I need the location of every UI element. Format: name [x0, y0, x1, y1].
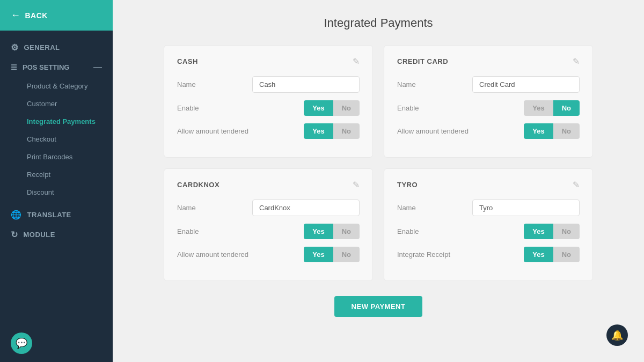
chat-button[interactable]: 💬	[11, 333, 32, 354]
cardknox-tendered-toggle: Yes No	[304, 247, 360, 262]
tyro-name-input[interactable]	[472, 200, 580, 216]
cardknox-card-title: CARDKNOX	[177, 181, 219, 189]
tyro-name-label: Name	[397, 204, 416, 212]
cardknox-name-input[interactable]	[252, 200, 360, 216]
cash-tendered-label: Allow amount tendered	[177, 127, 248, 135]
sidebar-item-receipt[interactable]: Receipt	[0, 166, 113, 183]
bell-icon: 🔔	[611, 329, 623, 341]
collapse-icon: —	[93, 62, 102, 72]
cash-enable-no[interactable]: No	[333, 100, 360, 116]
cash-enable-field: Enable Yes No	[177, 100, 360, 116]
credit-tendered-yes[interactable]: Yes	[524, 123, 553, 139]
page-title: Integrated Payments	[134, 16, 623, 30]
credit-tendered-no[interactable]: No	[553, 123, 580, 139]
back-button[interactable]: ← BACK	[0, 0, 113, 31]
sidebar-item-discount[interactable]: Discount	[0, 183, 113, 201]
sidebar-item-general[interactable]: ⚙ GENERAL	[0, 36, 113, 56]
credit-tendered-field: Allow amount tendered Yes No	[397, 123, 580, 139]
credit-card-edit-icon[interactable]: ✎	[573, 56, 580, 67]
sidebar: ← BACK ⚙ GENERAL ☰ POS SETTING — Product…	[0, 0, 113, 362]
cash-name-label: Name	[177, 80, 196, 88]
cash-tendered-toggle: Yes No	[304, 123, 360, 139]
cash-name-input[interactable]	[252, 76, 360, 93]
sidebar-item-module[interactable]: ↻ MODULE	[0, 223, 113, 243]
credit-enable-label: Enable	[397, 104, 419, 112]
tyro-name-field: Name	[397, 200, 580, 216]
credit-name-input[interactable]	[472, 76, 580, 93]
cash-enable-toggle: Yes No	[304, 100, 360, 116]
credit-enable-yes[interactable]: Yes	[524, 100, 553, 116]
credit-card-title: CREDIT CARD	[397, 57, 448, 65]
translate-icon: 🌐	[11, 210, 22, 220]
tyro-card-title: TYRO	[397, 181, 418, 189]
tyro-card: TYRO ✎ Name Enable Yes No Integrate Rece…	[384, 168, 593, 281]
sidebar-item-integrated-payments[interactable]: Integrated Payments	[0, 113, 113, 130]
cash-edit-icon[interactable]: ✎	[353, 56, 360, 67]
cardknox-tendered-no[interactable]: No	[333, 247, 360, 262]
cash-name-field: Name	[177, 76, 360, 93]
credit-card-card: CREDIT CARD ✎ Name Enable Yes No Allow a…	[384, 45, 593, 158]
cash-card-title: CASH	[177, 57, 198, 65]
cash-enable-label: Enable	[177, 104, 199, 112]
cardknox-tendered-yes[interactable]: Yes	[304, 247, 333, 262]
cardknox-enable-field: Enable Yes No	[177, 224, 360, 239]
cash-card: CASH ✎ Name Enable Yes No Allow amount t…	[164, 45, 373, 158]
credit-enable-toggle: Yes No	[524, 100, 580, 116]
new-payment-button[interactable]: NEW PAYMENT	[334, 296, 423, 317]
cardknox-tendered-label: Allow amount tendered	[177, 250, 248, 258]
sidebar-nav: ⚙ GENERAL ☰ POS SETTING — Product & Cate…	[0, 31, 113, 324]
cash-tendered-no[interactable]: No	[333, 123, 360, 139]
module-label: MODULE	[24, 231, 55, 239]
sidebar-item-print-barcodes[interactable]: Print Barcodes	[0, 148, 113, 166]
cardknox-name-field: Name	[177, 200, 360, 216]
pos-setting-icon: ☰	[11, 63, 17, 71]
sidebar-item-checkout[interactable]: Checkout	[0, 130, 113, 148]
tyro-enable-field: Enable Yes No	[397, 224, 580, 239]
module-icon: ↻	[11, 230, 18, 240]
tyro-enable-label: Enable	[397, 227, 419, 235]
tyro-enable-no[interactable]: No	[553, 224, 580, 239]
cardknox-enable-no[interactable]: No	[333, 224, 360, 239]
cash-enable-yes[interactable]: Yes	[304, 100, 333, 116]
tyro-receipt-no[interactable]: No	[553, 247, 580, 262]
pos-setting-label: POS SETTING	[23, 63, 69, 71]
sidebar-item-product-category[interactable]: Product & Category	[0, 77, 113, 95]
cash-tendered-field: Allow amount tendered Yes No	[177, 123, 360, 139]
tyro-receipt-toggle: Yes No	[524, 247, 580, 262]
cardknox-tendered-field: Allow amount tendered Yes No	[177, 247, 360, 262]
notification-bell[interactable]: 🔔	[606, 324, 628, 346]
payments-grid: CASH ✎ Name Enable Yes No Allow amount t…	[164, 45, 593, 281]
cardknox-enable-toggle: Yes No	[304, 224, 360, 239]
translate-label: TRANSLATE	[27, 211, 71, 219]
cardknox-name-label: Name	[177, 204, 196, 212]
tyro-enable-toggle: Yes No	[524, 224, 580, 239]
tyro-receipt-label: Integrate Receipt	[397, 250, 450, 258]
tyro-receipt-yes[interactable]: Yes	[524, 247, 553, 262]
back-label: BACK	[25, 11, 48, 20]
tyro-enable-yes[interactable]: Yes	[524, 224, 553, 239]
main-content: Integrated Payments CASH ✎ Name Enable Y…	[113, 0, 644, 362]
credit-enable-no[interactable]: No	[553, 100, 580, 116]
sidebar-item-customer[interactable]: Customer	[0, 95, 113, 113]
cardknox-enable-yes[interactable]: Yes	[304, 224, 333, 239]
chat-icon: 💬	[16, 337, 27, 349]
back-arrow-icon: ←	[11, 10, 21, 21]
credit-name-field: Name	[397, 76, 580, 93]
cardknox-edit-icon[interactable]: ✎	[353, 180, 360, 190]
general-icon: ⚙	[11, 42, 19, 53]
general-label: GENERAL	[24, 43, 60, 51]
cash-tendered-yes[interactable]: Yes	[304, 123, 333, 139]
sidebar-item-pos-setting[interactable]: ☰ POS SETTING —	[0, 56, 113, 75]
tyro-receipt-field: Integrate Receipt Yes No	[397, 247, 580, 262]
credit-tendered-toggle: Yes No	[524, 123, 580, 139]
pos-setting-sub-items: Product & Category Customer Integrated P…	[0, 75, 113, 203]
credit-tendered-label: Allow amount tendered	[397, 127, 469, 135]
credit-name-label: Name	[397, 80, 416, 88]
tyro-edit-icon[interactable]: ✎	[573, 180, 580, 190]
credit-enable-field: Enable Yes No	[397, 100, 580, 116]
sidebar-item-translate[interactable]: 🌐 TRANSLATE	[0, 203, 113, 223]
cardknox-enable-label: Enable	[177, 227, 199, 235]
cardknox-card: CARDKNOX ✎ Name Enable Yes No Allow amou…	[164, 168, 373, 281]
